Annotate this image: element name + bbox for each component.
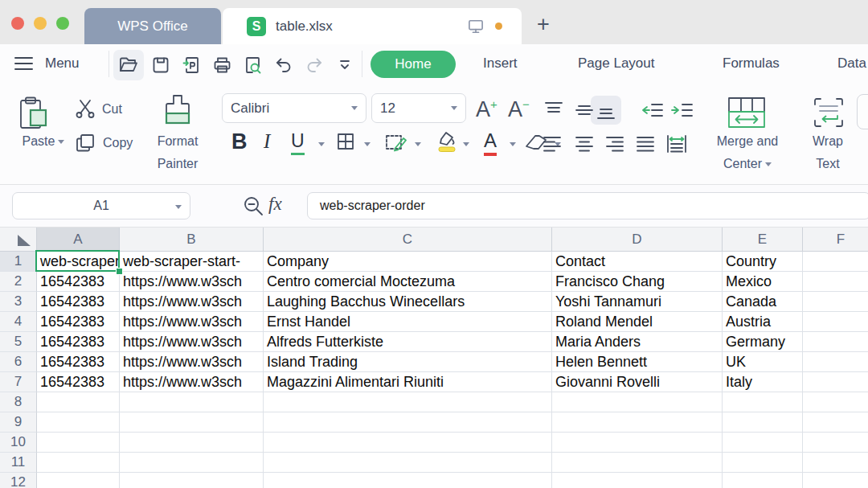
- cell-C2[interactable]: Centro comercial Moctezuma: [264, 272, 552, 292]
- monitor-icon[interactable]: [468, 19, 484, 34]
- italic-button[interactable]: I: [264, 130, 270, 153]
- cut-button[interactable]: [74, 98, 96, 119]
- fill-color-button[interactable]: [434, 129, 458, 154]
- align-right-button[interactable]: [604, 134, 625, 154]
- hamburger-menu-icon[interactable]: [14, 57, 33, 73]
- column-header-A[interactable]: A: [37, 228, 120, 252]
- align-center-button[interactable]: [574, 134, 595, 154]
- name-box[interactable]: A1: [12, 192, 190, 219]
- cell-A8[interactable]: [37, 392, 120, 412]
- cell-A3[interactable]: 16542383: [37, 292, 120, 312]
- merge-and-center-icon-button[interactable]: [726, 95, 768, 130]
- clipped-ribbon-button[interactable]: [857, 94, 868, 129]
- wrap-text-icon-button[interactable]: [812, 96, 845, 129]
- cell-C5[interactable]: Alfreds Futterkiste: [264, 332, 552, 352]
- cell-E9[interactable]: [723, 412, 803, 433]
- tab-formulas[interactable]: Formulas: [723, 55, 780, 72]
- row-header-11[interactable]: 11: [0, 453, 37, 473]
- merge-center-dropdown-caret[interactable]: [765, 162, 772, 166]
- cell-E5[interactable]: Germany: [723, 332, 803, 352]
- copy-label[interactable]: Copy: [103, 136, 133, 150]
- align-bottom-button[interactable]: [596, 102, 616, 121]
- cell-B3[interactable]: https://www.w3sch: [120, 292, 264, 312]
- justify-button[interactable]: [635, 134, 656, 154]
- cell-D11[interactable]: [552, 453, 723, 473]
- cell-C4[interactable]: Ernst Handel: [264, 312, 552, 332]
- underline-button[interactable]: U: [291, 130, 305, 155]
- cell-A11[interactable]: [37, 453, 120, 473]
- cell-B6[interactable]: https://www.w3sch: [120, 352, 264, 372]
- fill-color-dropdown-caret[interactable]: [463, 142, 469, 146]
- cell-C6[interactable]: Island Trading: [264, 352, 552, 372]
- cell-A5[interactable]: 16542383: [37, 332, 120, 352]
- menu-button[interactable]: Menu: [45, 55, 80, 72]
- row-header-6[interactable]: 6: [0, 352, 37, 372]
- formula-input[interactable]: web-scraper-order: [307, 192, 868, 219]
- cell-A1[interactable]: web-scraper-order: [37, 252, 120, 272]
- row-header-7[interactable]: 7: [0, 372, 37, 392]
- cell-B9[interactable]: [120, 412, 264, 433]
- underline-dropdown-caret[interactable]: [318, 142, 325, 146]
- cell-D1[interactable]: Contact: [552, 252, 723, 272]
- cell-C1[interactable]: Company: [264, 252, 552, 272]
- name-box-dropdown-caret[interactable]: [175, 205, 182, 209]
- cell-C8[interactable]: [264, 392, 552, 412]
- paste-button[interactable]: Paste: [8, 134, 79, 149]
- decrease-indent-button[interactable]: [641, 100, 665, 120]
- cell-B11[interactable]: [120, 453, 264, 473]
- tab-page-layout[interactable]: Page Layout: [578, 55, 654, 72]
- maximize-window-button[interactable]: [56, 17, 69, 30]
- align-middle-button[interactable]: [574, 100, 595, 120]
- bold-button[interactable]: B: [231, 129, 248, 154]
- cell-D9[interactable]: [552, 412, 723, 433]
- borders-dropdown-caret[interactable]: [364, 142, 371, 146]
- cell-F11[interactable]: [803, 453, 868, 473]
- cell-F8[interactable]: [803, 392, 868, 412]
- cell-E10[interactable]: [723, 433, 803, 453]
- cell-B7[interactable]: https://www.w3sch: [120, 372, 264, 392]
- row-header-1[interactable]: 1: [0, 252, 37, 272]
- merge-center-label-1[interactable]: Merge and: [696, 134, 799, 149]
- cell-F4[interactable]: [803, 312, 868, 332]
- align-top-button[interactable]: [543, 100, 564, 120]
- cell-E1[interactable]: Country: [723, 252, 803, 272]
- row-header-12[interactable]: 12: [0, 473, 37, 488]
- cell-E8[interactable]: [723, 392, 803, 412]
- wrap-text-label-2[interactable]: Text: [802, 157, 854, 171]
- format-painter-label-2[interactable]: Painter: [145, 157, 211, 171]
- undo-button[interactable]: [268, 50, 299, 80]
- column-header-F[interactable]: F: [803, 228, 868, 252]
- zoom-formula-button[interactable]: [243, 195, 264, 217]
- cell-B1[interactable]: web-scraper-start-: [120, 252, 264, 272]
- cell-E3[interactable]: Canada: [723, 292, 803, 312]
- cell-E2[interactable]: Mexico: [723, 272, 803, 292]
- paste-dropdown-caret[interactable]: [58, 140, 64, 144]
- cell-D3[interactable]: Yoshi Tannamuri: [552, 292, 723, 312]
- cell-E4[interactable]: Austria: [723, 312, 803, 332]
- cell-B10[interactable]: [120, 433, 264, 453]
- cell-D7[interactable]: Giovanni Rovelli: [552, 372, 723, 392]
- tab-insert[interactable]: Insert: [483, 55, 518, 72]
- cell-E7[interactable]: Italy: [723, 372, 803, 392]
- cell-A10[interactable]: [37, 433, 120, 453]
- select-all-corner[interactable]: [0, 228, 37, 252]
- format-painter-button[interactable]: [159, 92, 196, 131]
- increase-indent-button[interactable]: [669, 100, 694, 120]
- cell-E6[interactable]: UK: [723, 352, 803, 372]
- draw-border-dropdown-caret[interactable]: [415, 142, 421, 146]
- decrease-font-size-button[interactable]: A−: [508, 97, 530, 122]
- align-left-button[interactable]: [542, 134, 563, 154]
- cell-F9[interactable]: [803, 412, 868, 433]
- cell-A6[interactable]: 16542383: [37, 352, 120, 372]
- cell-A2[interactable]: 16542383: [37, 272, 120, 292]
- tab-wps-office[interactable]: WPS Office: [84, 8, 221, 44]
- cut-label[interactable]: Cut: [102, 102, 122, 117]
- print-preview-button[interactable]: [237, 50, 268, 80]
- cell-D5[interactable]: Maria Anders: [552, 332, 723, 352]
- cell-D8[interactable]: [552, 392, 723, 412]
- redo-button[interactable]: [299, 50, 330, 80]
- cell-A9[interactable]: [37, 412, 120, 433]
- cell-E12[interactable]: [723, 473, 803, 488]
- font-name-select[interactable]: Calibri: [222, 93, 366, 123]
- row-header-3[interactable]: 3: [0, 292, 37, 312]
